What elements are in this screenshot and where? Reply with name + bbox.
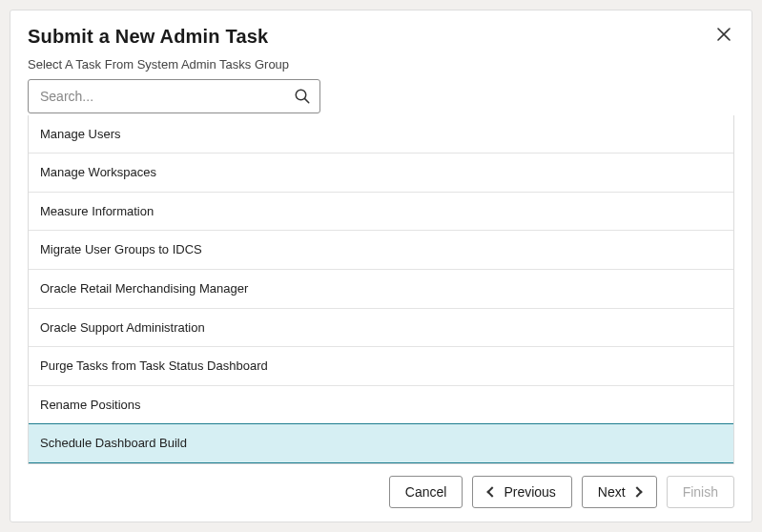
task-item[interactable]: Manage Users [29, 115, 733, 153]
chevron-left-icon [487, 486, 498, 497]
task-list[interactable]: Manage HierarchiesManage UsersManage Wor… [28, 115, 734, 464]
search-field-wrap [28, 79, 320, 113]
task-item[interactable]: Oracle Support Administration [29, 309, 733, 348]
task-item[interactable]: Rename Positions [29, 386, 733, 425]
previous-label: Previous [504, 484, 555, 500]
next-button[interactable]: Next [582, 476, 657, 508]
dialog-subtitle: Select A Task From System Admin Tasks Gr… [28, 57, 734, 72]
chevron-right-icon [631, 486, 642, 497]
finish-button[interactable]: Finish [667, 476, 734, 508]
task-item[interactable]: Schedule Dashboard Build [29, 423, 733, 463]
close-icon [717, 28, 731, 41]
dialog-title: Submit a New Admin Task [28, 26, 268, 48]
task-item[interactable]: Manage Workspaces [29, 153, 733, 193]
task-item[interactable]: Measure Information [29, 193, 733, 232]
dialog-header: Submit a New Admin Task [28, 26, 734, 48]
search-input[interactable] [28, 79, 320, 113]
task-item[interactable]: Purge Tasks from Task Status Dashboard [29, 347, 733, 386]
task-item[interactable]: Migrate User Groups to IDCS [29, 231, 733, 270]
submit-admin-task-dialog: Submit a New Admin Task Select A Task Fr… [10, 10, 752, 522]
close-button[interactable] [713, 26, 734, 46]
previous-button[interactable]: Previous [472, 476, 571, 508]
cancel-button[interactable]: Cancel [389, 476, 463, 508]
next-label: Next [598, 484, 626, 500]
task-item[interactable]: Oracle Retail Merchandising Manager [29, 270, 733, 309]
dialog-footer: Cancel Previous Next Finish [28, 464, 734, 508]
